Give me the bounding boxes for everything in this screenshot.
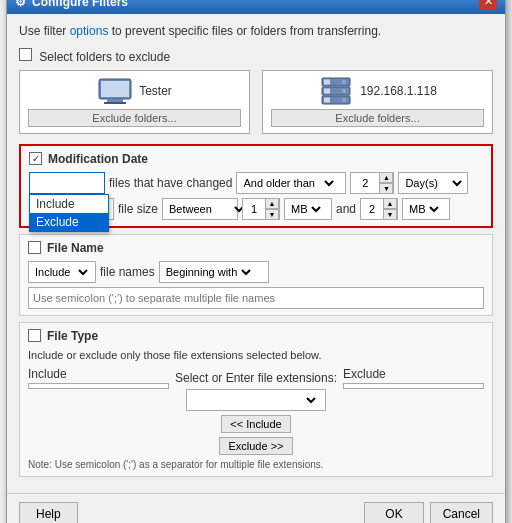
file-name-checkbox[interactable] [28, 241, 41, 254]
file-size-min-spinner: 1 ▲ ▼ [242, 198, 280, 220]
dest-folder-box: 192.168.1.118 Exclude folders... [262, 70, 493, 134]
server-icon [318, 77, 354, 105]
modification-date-section: Modification Date Exclude ▼ Include Excl… [19, 144, 493, 228]
exclude-list-area: Exclude [343, 367, 484, 389]
exclude-option[interactable]: Exclude [30, 213, 108, 231]
condition-dropdown[interactable]: And older than And newer than Between [236, 172, 346, 194]
modification-date-title: Modification Date [48, 152, 148, 166]
unit2-select[interactable]: MBKBGB [405, 199, 442, 219]
days-spinner: 2 ▲ ▼ [350, 172, 394, 194]
svg-rect-3 [104, 102, 126, 104]
file-names-label: file names [100, 265, 155, 279]
unit1-dropdown[interactable]: MBKBGB [284, 198, 332, 220]
source-folder-box: Tester Exclude folders... [19, 70, 250, 134]
options-link[interactable]: options [70, 24, 109, 38]
file-name-include-select[interactable]: Include Exclude [31, 262, 91, 282]
folder-row: Tester Exclude folders... [19, 70, 493, 134]
file-name-row: Include Exclude file names Beginning wit… [28, 261, 484, 283]
file-type-checkbox[interactable] [28, 329, 41, 342]
spinner-down[interactable]: ▼ [379, 183, 393, 194]
exclude-include-popover: Include Exclude [29, 194, 109, 232]
spinner-min-up[interactable]: ▲ [265, 198, 279, 209]
spinner-up[interactable]: ▲ [379, 172, 393, 183]
svg-point-12 [342, 98, 346, 102]
title-bar: ⚙ Configure Filters ✕ [7, 0, 505, 14]
file-type-desc: Include or exclude only those file exten… [28, 349, 484, 361]
dest-exclude-button[interactable]: Exclude folders... [271, 109, 484, 127]
file-type-grid: Include Select or Enter file extensions:… [28, 367, 484, 455]
svg-rect-11 [324, 97, 330, 102]
gear-icon: ⚙ [15, 0, 26, 9]
file-type-header: File Type [28, 329, 484, 343]
close-button[interactable]: ✕ [479, 0, 497, 10]
select-folders-checkbox[interactable] [19, 48, 32, 61]
file-type-title: File Type [47, 329, 98, 343]
svg-rect-2 [107, 99, 123, 102]
exclude-include-dropdown[interactable]: Exclude ▼ [29, 172, 105, 194]
file-name-section: File Name Include Exclude file names Beg… [19, 234, 493, 316]
modification-date-header: Modification Date [29, 152, 483, 166]
dialog-body: Use filter options to prevent specific f… [7, 14, 505, 493]
dropdown-arrow-icon: ▼ [93, 178, 102, 188]
intro-text: Use filter options to prevent specific f… [19, 24, 493, 38]
title-bar-title: ⚙ Configure Filters [15, 0, 128, 9]
unit-dropdown[interactable]: Day(s) Week(s) Month(s) [398, 172, 468, 194]
file-size-condition-dropdown[interactable]: Between Greater than Less than [162, 198, 238, 220]
files-changed-label: files that have changed [109, 176, 232, 190]
unit-select[interactable]: Day(s) Week(s) Month(s) [401, 173, 465, 193]
file-name-include-dropdown[interactable]: Include Exclude [28, 261, 96, 283]
configure-filters-dialog: ⚙ Configure Filters ✕ Use filter options… [6, 0, 506, 523]
file-name-title: File Name [47, 241, 104, 255]
file-size-max-spinner: 2 ▲ ▼ [360, 198, 398, 220]
unit1-select[interactable]: MBKBGB [287, 199, 324, 219]
file-name-condition-dropdown[interactable]: Beginning with Ending with Containing [159, 261, 269, 283]
ok-button[interactable]: OK [364, 502, 423, 524]
exclude-include-dropdown-wrap: Exclude ▼ Include Exclude [29, 172, 105, 194]
extensions-select[interactable] [189, 390, 319, 410]
ok-cancel-area: OK Cancel [364, 502, 493, 524]
source-name: Tester [139, 84, 172, 98]
condition-select[interactable]: And older than And newer than Between [239, 173, 337, 193]
computer-icon [97, 77, 133, 105]
file-size-condition-select[interactable]: Between Greater than Less than [165, 199, 247, 219]
days-input[interactable]: 2 [351, 173, 379, 193]
file-name-header: File Name [28, 241, 484, 255]
source-exclude-button[interactable]: Exclude folders... [28, 109, 241, 127]
file-size-label: file size [118, 202, 158, 216]
spinner-buttons-min: ▲ ▼ [265, 198, 279, 220]
select-folders-label: Select folders to exclude [19, 48, 493, 64]
include-list-area: Include [28, 367, 169, 389]
include-option[interactable]: Include [30, 195, 108, 213]
and-label: and [336, 202, 356, 216]
exclude-btn[interactable]: Exclude >> [219, 437, 292, 455]
svg-rect-8 [324, 88, 330, 93]
include-list[interactable] [28, 383, 169, 389]
svg-point-9 [342, 89, 346, 93]
include-list-label: Include [28, 367, 169, 381]
extensions-dropdown[interactable] [186, 389, 326, 411]
svg-rect-5 [324, 79, 330, 84]
spinner-max-up[interactable]: ▲ [383, 198, 397, 209]
spinner-buttons: ▲ ▼ [379, 172, 393, 194]
file-type-controls: Select or Enter file extensions: << Incl… [175, 367, 337, 455]
file-size-max-input[interactable]: 2 [361, 199, 383, 219]
dest-folder-icon-area: 192.168.1.118 [318, 77, 437, 105]
file-name-condition-select[interactable]: Beginning with Ending with Containing [162, 262, 254, 282]
file-type-note: Note: Use semicolon (';') as a separator… [28, 459, 484, 470]
spinner-max-down[interactable]: ▼ [383, 209, 397, 220]
unit2-dropdown[interactable]: MBKBGB [402, 198, 450, 220]
cancel-button[interactable]: Cancel [430, 502, 493, 524]
modification-date-checkbox[interactable] [29, 152, 42, 165]
exclude-list[interactable] [343, 383, 484, 389]
file-type-section: File Type Include or exclude only those … [19, 322, 493, 477]
file-name-hint-input[interactable] [28, 287, 484, 309]
source-folder-icon-area: Tester [97, 77, 172, 105]
exclude-list-label: Exclude [343, 367, 484, 381]
file-size-min-input[interactable]: 1 [243, 199, 265, 219]
help-button[interactable]: Help [19, 502, 78, 524]
spinner-min-down[interactable]: ▼ [265, 209, 279, 220]
include-btn[interactable]: << Include [221, 415, 290, 433]
dest-name: 192.168.1.118 [360, 84, 437, 98]
svg-rect-1 [101, 81, 129, 97]
button-bar: Help OK Cancel [7, 493, 505, 524]
